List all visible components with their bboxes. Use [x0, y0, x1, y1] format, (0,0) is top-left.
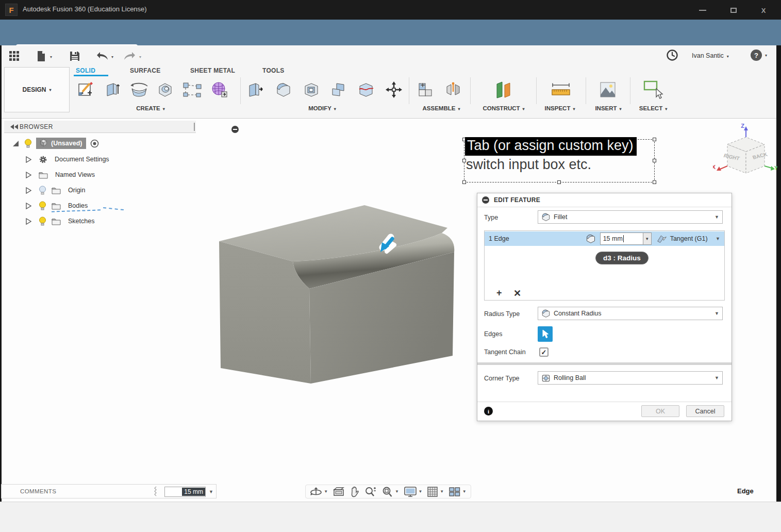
extrude-button[interactable] — [103, 79, 122, 100]
move-copy-button[interactable] — [384, 79, 404, 100]
fit-button[interactable]: ▼ — [381, 486, 399, 497]
browser-collapse-icon[interactable] — [231, 126, 239, 133]
dimension-input[interactable]: 15 mm — [164, 487, 206, 497]
help-caret-icon[interactable]: ▾ — [765, 53, 767, 58]
undo-icon[interactable] — [95, 50, 109, 62]
group-inspect[interactable]: INSPECT — [545, 105, 575, 111]
split-body-button[interactable] — [356, 79, 376, 100]
viewports-button[interactable]: ▼ — [448, 486, 467, 497]
continuity-caret-icon[interactable]: ▼ — [716, 236, 720, 241]
look-at-button[interactable] — [333, 487, 345, 497]
cancel-button[interactable]: Cancel — [686, 405, 724, 417]
add-edge-set-button[interactable]: + — [496, 288, 502, 298]
group-modify[interactable]: MODIFY — [308, 105, 336, 111]
press-pull-button[interactable] — [246, 79, 265, 100]
radius-dropdown-icon[interactable]: ▼ — [643, 232, 652, 245]
selection-handle[interactable] — [653, 138, 656, 141]
browser-item-document-settings[interactable]: Document Settings — [4, 153, 128, 166]
edge-set-row[interactable]: 1 Edge 15 mm ▼ Tangent (G1) ▼ — [485, 231, 724, 246]
browser-root-row[interactable]: (Unsaved) — [4, 137, 138, 150]
grid-caret-icon[interactable]: ▼ — [440, 489, 444, 494]
activate-component-radio-icon[interactable] — [90, 139, 99, 148]
radius-value-input[interactable]: 15 mm — [600, 232, 643, 245]
measure-button[interactable] — [550, 79, 572, 100]
model-viewport[interactable] — [217, 202, 456, 389]
collapsed-arrow-icon[interactable] — [26, 172, 31, 178]
visibility-bulb-icon[interactable] — [39, 201, 46, 210]
dimension-dropdown-icon[interactable]: ▼ — [209, 489, 213, 494]
create-sketch-button[interactable] — [76, 79, 95, 100]
selection-handle[interactable] — [462, 159, 466, 162]
type-dropdown[interactable]: Fillet ▼ — [538, 210, 723, 224]
minimize-button[interactable] — [695, 6, 710, 14]
redo-icon[interactable] — [123, 50, 137, 62]
collapsed-arrow-icon[interactable] — [26, 156, 31, 163]
browser-item-origin[interactable]: Origin — [4, 184, 128, 197]
app-launcher-icon[interactable] — [8, 50, 21, 62]
selection-handle[interactable] — [557, 180, 561, 184]
browser-item-named-views[interactable]: Named Views — [4, 168, 128, 181]
combine-button[interactable] — [329, 79, 348, 100]
text-annotation[interactable]: Tab (or assign custom key) switch input … — [463, 136, 658, 184]
collapsed-arrow-icon[interactable] — [26, 187, 31, 194]
dialog-collapse-icon[interactable] — [482, 196, 489, 204]
joint-button[interactable] — [443, 79, 463, 100]
pattern-button[interactable] — [182, 79, 204, 100]
edges-select-button[interactable] — [538, 326, 553, 342]
insert-button[interactable] — [598, 79, 618, 100]
ok-button[interactable]: OK — [641, 405, 679, 417]
display-caret-icon[interactable]: ▼ — [419, 489, 423, 494]
orbit-button[interactable]: ▼ — [310, 486, 328, 497]
expanded-arrow-icon[interactable] — [12, 140, 19, 147]
fillet-button[interactable] — [274, 79, 293, 100]
selection-handle[interactable] — [462, 180, 466, 184]
tangent-chain-checkbox[interactable]: ✓ — [539, 347, 549, 357]
dialog-header[interactable]: EDIT FEATURE — [477, 193, 732, 207]
display-settings-button[interactable]: ▼ — [404, 486, 423, 497]
radius-type-dropdown[interactable]: Constant Radius ▼ — [538, 307, 723, 320]
group-construct[interactable]: CONSTRUCT — [483, 105, 524, 111]
hole-button[interactable] — [155, 79, 175, 100]
tab-surface[interactable]: SURFACE — [130, 67, 160, 74]
remove-edge-set-button[interactable]: ✕ — [513, 288, 521, 299]
undo-caret-icon[interactable]: ▾ — [111, 55, 113, 59]
workspace-selector[interactable]: DESIGN▾ — [4, 67, 70, 112]
resize-grip-icon[interactable] — [153, 486, 158, 497]
tab-tools[interactable]: TOOLS — [262, 67, 285, 74]
activity-clock-icon[interactable] — [666, 49, 678, 61]
revolve-button[interactable] — [128, 79, 149, 100]
close-window-button[interactable]: X — [756, 6, 771, 14]
visibility-bulb-icon[interactable] — [39, 217, 46, 226]
select-button[interactable] — [642, 79, 666, 100]
collapsed-arrow-icon[interactable] — [26, 218, 31, 225]
tab-solid[interactable]: SOLID — [76, 67, 95, 74]
fit-caret-icon[interactable]: ▼ — [395, 489, 399, 494]
info-icon[interactable]: i — [484, 407, 493, 415]
new-component-button[interactable] — [416, 79, 435, 100]
selection-handle[interactable] — [653, 180, 656, 184]
comments-label[interactable]: COMMENTS — [20, 488, 56, 494]
maximize-button[interactable] — [726, 6, 741, 14]
selection-handle[interactable] — [653, 159, 656, 162]
active-document-highlight[interactable]: (Unsaved) — [36, 138, 86, 149]
orbit-caret-icon[interactable]: ▼ — [324, 489, 328, 494]
panel-resize-handle[interactable] — [194, 123, 195, 131]
visibility-bulb-icon[interactable] — [24, 139, 32, 148]
group-create[interactable]: CREATE — [136, 105, 164, 111]
redo-caret-icon[interactable]: ▾ — [139, 55, 141, 59]
save-icon[interactable] — [69, 50, 81, 62]
browser-item-sketches[interactable]: Sketches — [4, 214, 128, 228]
construction-plane-button[interactable] — [493, 79, 513, 100]
corner-type-dropdown[interactable]: Rolling Ball ▼ — [538, 371, 723, 385]
viewports-caret-icon[interactable]: ▼ — [462, 489, 467, 494]
pan-button[interactable] — [350, 486, 360, 497]
shell-button[interactable] — [302, 79, 321, 100]
group-assemble[interactable]: ASSEMBLE — [423, 105, 460, 111]
user-account-menu[interactable]: Ivan Santic — [692, 52, 729, 59]
filleted-box-body[interactable] — [219, 205, 454, 384]
grid-snap-button[interactable]: ▼ — [427, 486, 444, 497]
zoom-button[interactable] — [364, 486, 376, 497]
help-icon[interactable]: ? — [751, 49, 762, 61]
group-select[interactable]: SELECT — [639, 105, 667, 111]
group-insert[interactable]: INSERT — [595, 105, 621, 111]
